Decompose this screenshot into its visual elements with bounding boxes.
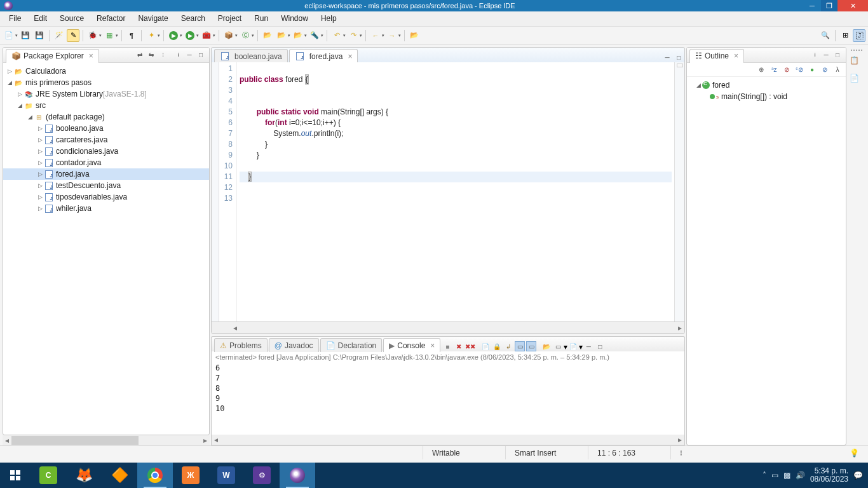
menu-run[interactable]: Run (248, 11, 275, 26)
overview-ruler[interactable] (674, 62, 684, 322)
hide-static-button[interactable]: ˢ⊘ (794, 65, 804, 75)
show-console-err-button[interactable]: ▭ (526, 341, 536, 351)
hide-local-button[interactable]: ⊘ (820, 65, 830, 75)
focus-active-button[interactable]: ⊕ (756, 65, 766, 75)
ext-tools-button[interactable]: 🧰 (200, 29, 213, 42)
tray-clock[interactable]: 5:34 p. m. 08/06/2023 (810, 467, 848, 484)
highlight-button[interactable]: ✎ (67, 29, 79, 42)
task-vlc[interactable]: 🔶 (102, 463, 137, 488)
task-eclipse[interactable] (280, 463, 315, 488)
menu-window[interactable]: Window (275, 11, 315, 26)
line-gutter[interactable]: 12345678910111213 (219, 62, 237, 322)
maximize-console-button[interactable]: □ (595, 341, 605, 351)
minimize-outline-button[interactable]: ─ (821, 50, 831, 60)
show-console-out-button[interactable]: ▭ (515, 341, 525, 351)
outline-tab[interactable]: ☷ Outline × (689, 49, 744, 63)
remove-launch-button[interactable]: ✖ (454, 341, 464, 351)
categories-button[interactable]: λ (832, 65, 843, 75)
bottom-tab-javadoc[interactable]: @Javadoc (269, 338, 319, 352)
maximize-outline-button[interactable]: □ (832, 50, 843, 60)
tree-item[interactable]: ▷booleano.java (3, 123, 209, 134)
console-output[interactable]: 6 7 8 9 10 (212, 363, 684, 435)
restore-button[interactable]: ❐ (821, 0, 837, 11)
pin-editor-button[interactable]: 📂 (408, 29, 421, 42)
back-button[interactable]: ← (369, 29, 382, 42)
run-button[interactable]: ▶ (167, 29, 180, 42)
tree-item[interactable]: ◢📂mis primeros pasos (3, 77, 209, 88)
new-package-button[interactable]: 📦 (222, 29, 235, 42)
hide-fields-button[interactable]: ⊘ (782, 65, 792, 75)
prev-annotation-button[interactable]: ↶ (330, 29, 343, 42)
bottom-tab-declaration[interactable]: 📄Declaration (320, 338, 383, 352)
view-menu-button[interactable]: ⁞ (173, 50, 183, 60)
outline-tree[interactable]: ◢ fored s main(String[]) : void (687, 77, 846, 445)
tray-notifications-icon[interactable]: 💬 (853, 471, 863, 480)
new-button[interactable]: 📄 (3, 29, 15, 42)
menu-help[interactable]: Help (315, 11, 343, 26)
horizontal-scrollbar[interactable]: ◂ ▸ (3, 435, 210, 445)
wand-button[interactable]: 🪄 (53, 29, 65, 42)
task-camtasia[interactable]: C (31, 463, 66, 488)
start-button[interactable] (0, 463, 31, 488)
focus-button[interactable]: ⁝ (158, 50, 168, 60)
menu-source[interactable]: Source (53, 11, 90, 26)
toggle-breadcrumb-button[interactable]: ¶ (125, 29, 138, 42)
hide-nonpublic-button[interactable]: ● (807, 65, 817, 75)
terminate-button[interactable]: ■ (442, 341, 452, 351)
minimize-view-button[interactable]: ─ (184, 50, 194, 60)
tray-chevron-icon[interactable]: ˄ (763, 471, 766, 480)
save-button[interactable]: 💾 (19, 29, 32, 42)
package-explorer-tree[interactable]: ▷📂Calculadora◢📂mis primeros pasos▷📚JRE S… (3, 63, 209, 435)
bottom-tab-console[interactable]: ▶Console× (383, 338, 440, 352)
open-button[interactable]: 📂 (292, 29, 304, 42)
open-perspective-button[interactable]: ⊞ (839, 29, 851, 42)
close-button[interactable]: ✕ (837, 0, 868, 11)
tip-icon[interactable]: 💡 (841, 446, 868, 459)
debug-button[interactable]: 🐞 (86, 29, 99, 42)
tree-item[interactable]: ◢📁src (3, 100, 209, 111)
menu-refactor[interactable]: Refactor (90, 11, 132, 26)
bottom-tab-problems[interactable]: ⚠Problems (214, 338, 268, 352)
open-task-button[interactable]: 📂 (275, 29, 288, 42)
outline-method-row[interactable]: s main(String[]) : void (689, 91, 843, 102)
editor-tab[interactable]: booleano.java (214, 49, 288, 63)
editor-hscroll[interactable]: ◂ ▸ (211, 322, 685, 334)
display-console-button[interactable]: ▭ (553, 341, 563, 351)
link-editor-button[interactable]: ⇆ (146, 50, 156, 60)
pin-console-button[interactable]: 📂 (541, 341, 552, 351)
maximize-editor-button[interactable]: □ (674, 52, 684, 62)
minimize-console-button[interactable]: ─ (583, 341, 593, 351)
scroll-lock-button[interactable]: 🔒 (492, 341, 502, 351)
tree-item[interactable]: ▷tiposdevariables.java (3, 191, 209, 203)
menu-search[interactable]: Search (175, 11, 212, 26)
tasklist-trim-button[interactable]: 📄 (850, 74, 864, 88)
tree-item[interactable]: ▷📂Calculadora (3, 65, 209, 77)
java-perspective-button[interactable]: 🇯 (853, 29, 865, 42)
task-firefox[interactable]: 🦊 (66, 463, 102, 488)
tasks-trim-button[interactable]: 📋 (850, 56, 864, 70)
menu-project[interactable]: Project (212, 11, 248, 26)
tree-item[interactable]: ▷fored.java (3, 168, 209, 180)
task-word[interactable]: W (208, 463, 244, 488)
maximize-view-button[interactable]: □ (196, 50, 206, 60)
editor-tab[interactable]: fored.java× (289, 49, 358, 63)
close-icon[interactable]: × (430, 341, 435, 350)
tree-item[interactable]: ▷📚JRE System Library [JavaSE-1.8] (3, 88, 209, 100)
open-console-button[interactable]: 📄 (568, 341, 578, 351)
menu-file[interactable]: File (3, 11, 27, 26)
new-class-button[interactable]: Ⓒ (239, 29, 252, 42)
task-chrome[interactable] (137, 463, 173, 488)
save-all-button[interactable]: 💾 (33, 29, 46, 42)
minimize-editor-button[interactable]: ─ (662, 52, 672, 62)
tree-item[interactable]: ◢⊞(default package) (3, 111, 209, 123)
task-xampp[interactable]: Ж (173, 463, 208, 488)
clear-console-button[interactable]: 📄 (480, 341, 491, 351)
editor-body[interactable]: 12345678910111213 public class fored { p… (211, 62, 685, 322)
close-icon[interactable]: × (734, 51, 738, 60)
console-hscroll[interactable]: ◂ ▸ (212, 435, 684, 445)
quick-access-button[interactable]: 🔍 (819, 29, 832, 42)
tree-item[interactable]: ▷testDescuento.java (3, 180, 209, 191)
coverage-button[interactable]: ▦ (103, 29, 116, 42)
next-annotation-button[interactable]: ↷ (347, 29, 360, 42)
minimize-button[interactable]: ─ (803, 0, 821, 11)
